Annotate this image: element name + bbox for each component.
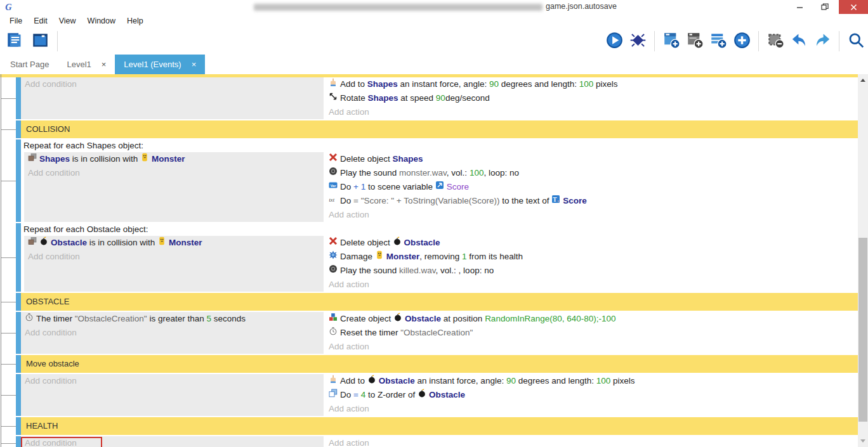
action-row[interactable]: Add to Shapes an instant force, angle: 9… — [325, 77, 858, 91]
tab-label: Level1 — [67, 60, 91, 69]
tab-start-page[interactable]: Start Page — [1, 55, 58, 74]
condition-row[interactable]: The timer "ObstacleCreation" is greater … — [21, 312, 324, 326]
foreach-event-header[interactable]: Repeat for each Obstacle object: — [21, 223, 858, 236]
menu-window[interactable]: Window — [82, 16, 121, 25]
action-row[interactable]: Rotate Shapes at speed 90deg/second — [325, 91, 858, 105]
event-selection-bar[interactable] — [16, 293, 21, 311]
redo-icon — [814, 32, 831, 51]
action-row[interactable]: txtDo = "Score: " + ToString(Variable(Sc… — [325, 194, 858, 208]
debug-button[interactable] — [628, 32, 647, 51]
conditions-column: Add condition — [21, 77, 324, 119]
event-selection-bar[interactable] — [16, 355, 21, 373]
add-comment-button[interactable] — [709, 32, 728, 51]
scrollbar-thumb[interactable] — [858, 238, 867, 422]
tab-close-icon[interactable]: × — [102, 60, 107, 69]
title-redacted-text — [254, 4, 542, 11]
search-button[interactable] — [846, 32, 865, 51]
event-selection-bar[interactable] — [16, 312, 21, 354]
sound-icon — [329, 167, 338, 176]
action-row[interactable]: VarDo + 1 to scene variable Score — [325, 180, 858, 194]
close-button[interactable] — [839, 0, 868, 14]
add-condition-button[interactable]: Add condition — [21, 436, 324, 447]
add-condition-button[interactable]: Add condition — [24, 250, 324, 264]
menu-edit[interactable]: Edit — [28, 16, 53, 25]
event-selection-bar[interactable] — [16, 417, 21, 435]
add-new-icon — [733, 32, 751, 51]
add-sub-event-icon — [687, 32, 704, 51]
redo-button[interactable] — [813, 32, 832, 51]
scene-editor-button[interactable] — [30, 32, 49, 51]
action-row[interactable]: Play the sound killed.wav, vol.: , loop:… — [325, 264, 858, 278]
foreach-event-header[interactable]: Repeat for each Shapes object: — [21, 139, 858, 152]
add-action-button[interactable]: Add action — [325, 402, 858, 416]
tab-level1-events-[interactable]: Level1 (Events)× — [115, 55, 205, 74]
action-row[interactable]: Create object Obstacle at position Rando… — [325, 312, 858, 326]
actions-column: Delete object ObstacleDamage Monster, re… — [324, 236, 858, 292]
create-icon — [329, 313, 338, 321]
add-action-button[interactable]: Add action — [325, 436, 858, 447]
add-action-button[interactable]: Add action — [325, 340, 858, 354]
add-condition-button[interactable]: Add condition — [21, 374, 324, 388]
add-action-button[interactable]: Add action — [325, 208, 858, 222]
rotate-icon — [329, 92, 338, 101]
events-panel: Add conditionAdd to Shapes an instant fo… — [0, 74, 868, 447]
action-row[interactable]: Reset the timer "ObstacleCreation" — [325, 326, 858, 340]
event-gutter — [0, 355, 16, 373]
toolbar-separator — [758, 31, 759, 51]
tab-bar: Start PageLevel1×Level1 (Events)× — [0, 55, 868, 74]
collision-icon — [28, 236, 37, 245]
event-selection-bar[interactable] — [16, 77, 21, 119]
action-row[interactable]: Add to Obstacle an instant force, angle:… — [325, 374, 858, 388]
action-row[interactable]: Do = 4 to Z-order of Obstacle — [325, 388, 858, 402]
event-selection-bar[interactable] — [16, 436, 21, 447]
undo-icon — [791, 32, 808, 51]
monster-icon — [157, 236, 166, 245]
event-group-header[interactable]: COLLISION — [21, 120, 858, 138]
delete-icon — [329, 153, 338, 162]
add-action-button[interactable]: Add action — [325, 278, 858, 292]
svg-text:Var: Var — [331, 184, 337, 188]
add-condition-button[interactable]: Add condition — [21, 326, 324, 340]
add-sub-event-button[interactable] — [685, 32, 704, 51]
menu-help[interactable]: Help — [121, 16, 149, 25]
debug-icon — [629, 32, 647, 51]
condition-row[interactable]: Obstacle is in collision with Monster — [24, 236, 324, 250]
action-row[interactable]: Play the sound monster.wav, vol.: 100, l… — [325, 166, 858, 180]
scroll-up-button[interactable] — [858, 75, 868, 85]
tab-level1[interactable]: Level1× — [58, 55, 115, 74]
scroll-down-button[interactable] — [858, 436, 868, 446]
add-new-button[interactable] — [732, 32, 751, 51]
condition-row[interactable]: Shapes is in collision with Monster — [24, 152, 324, 166]
event-selection-bar[interactable] — [16, 120, 21, 138]
minimize-button[interactable] — [789, 0, 810, 14]
project-manager-button[interactable] — [5, 32, 24, 51]
event-group-header[interactable]: Move obstacle — [21, 355, 858, 373]
vertical-scrollbar[interactable] — [858, 74, 868, 447]
toolbar-right-group — [605, 28, 865, 55]
play-button[interactable] — [605, 32, 624, 51]
menu-file[interactable]: File — [4, 16, 28, 25]
undo-button[interactable] — [789, 32, 808, 51]
event-selection-bar[interactable] — [16, 374, 21, 416]
add-condition-button[interactable]: Add condition — [21, 77, 324, 91]
remove-event-button[interactable] — [766, 32, 785, 51]
event-selection-bar[interactable] — [16, 223, 21, 292]
menu-view[interactable]: View — [53, 16, 82, 25]
window-title: game.json.autosave — [546, 2, 617, 11]
event-group-header[interactable]: OBSTACLE — [21, 293, 858, 311]
restore-button[interactable] — [815, 0, 835, 14]
action-row[interactable]: Delete object Obstacle — [325, 236, 858, 250]
zorder-icon — [329, 389, 338, 398]
tab-close-icon[interactable]: × — [192, 60, 197, 69]
event-selection-bar[interactable] — [16, 139, 21, 222]
add-condition-button[interactable]: Add condition — [24, 166, 324, 180]
add-event-button[interactable] — [662, 32, 681, 51]
gdevelop-logo-icon: G — [4, 1, 15, 13]
action-row[interactable]: Delete object Shapes — [325, 152, 858, 166]
title-bar: G game.json.autosave — [0, 0, 868, 14]
event-group-header[interactable]: HEALTH — [21, 417, 858, 435]
sound-icon — [329, 264, 338, 273]
action-row[interactable]: Damage Monster, removing 1 from its heal… — [325, 250, 858, 264]
add-action-button[interactable]: Add action — [325, 105, 858, 119]
actions-column: Add to Shapes an instant force, angle: 9… — [324, 77, 858, 119]
